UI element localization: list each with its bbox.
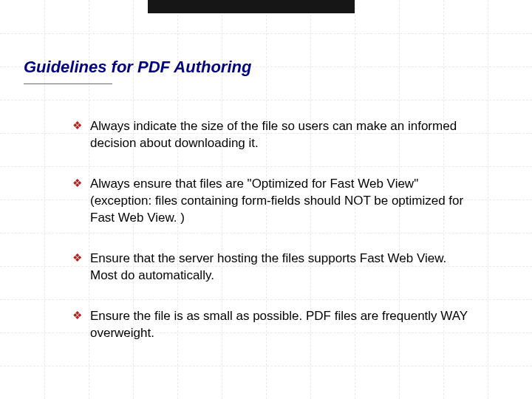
- bullet-text: Always indicate the size of the file so …: [90, 119, 457, 150]
- slide-title: Guidelines for PDF Authoring: [24, 58, 251, 77]
- top-bar: [148, 0, 355, 13]
- content-area: ❖ Always indicate the size of the file s…: [72, 118, 475, 365]
- diamond-bullet-icon: ❖: [72, 177, 82, 188]
- diamond-bullet-icon: ❖: [72, 120, 82, 131]
- slide: Guidelines for PDF Authoring ❖ Always in…: [0, 0, 532, 399]
- diamond-bullet-icon: ❖: [72, 252, 82, 263]
- list-item: ❖ Always ensure that files are "Optimize…: [72, 176, 475, 227]
- diamond-bullet-icon: ❖: [72, 310, 82, 321]
- list-item: ❖ Always indicate the size of the file s…: [72, 118, 475, 152]
- bullet-text: Ensure the file is as small as possible.…: [90, 309, 468, 340]
- bullet-text: Ensure that the server hosting the files…: [90, 251, 446, 282]
- title-underline: [24, 83, 112, 84]
- list-item: ❖ Ensure that the server hosting the fil…: [72, 250, 475, 284]
- list-item: ❖ Ensure the file is as small as possibl…: [72, 308, 475, 342]
- bullet-text: Always ensure that files are "Optimized …: [90, 177, 463, 225]
- bullet-list: ❖ Always indicate the size of the file s…: [72, 118, 475, 341]
